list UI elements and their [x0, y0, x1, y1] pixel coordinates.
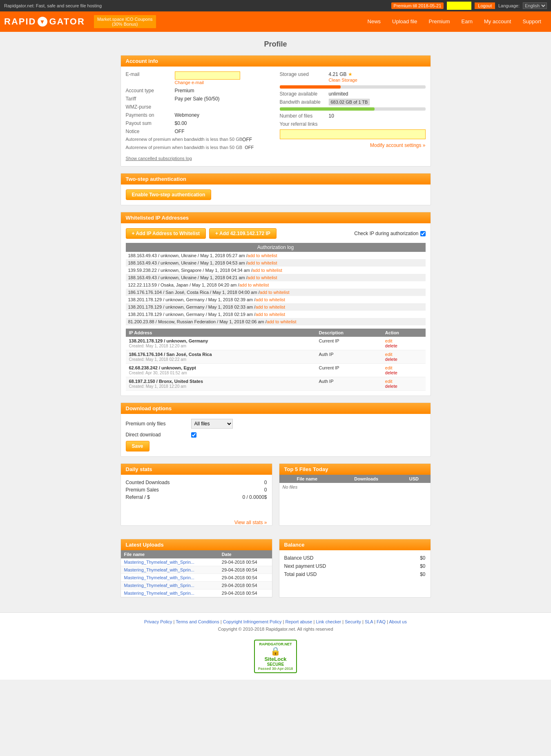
- wmz-label: WMZ-purse: [126, 104, 175, 110]
- account-right: Storage used 4.21 GB ★ Clean Storage Sto…: [280, 71, 426, 161]
- view-all-stats-link[interactable]: View all stats »: [234, 520, 267, 525]
- account-type-value: Premium: [175, 88, 194, 93]
- uploads-table: File name Date Mastering_Thymeleaf_with_…: [121, 550, 272, 597]
- upload-file-link[interactable]: Mastering_Thymeleaf_with_Sprin...: [124, 560, 194, 565]
- ip-created: Created: Apr 30, 2018 01:52 am: [129, 371, 187, 375]
- add-to-whitelist-link[interactable]: add to whitelist: [267, 319, 297, 324]
- clean-storage-link[interactable]: Clean Storage: [329, 78, 357, 82]
- upload-file-link[interactable]: Mastering_Thymeleaf_with_Sprin...: [124, 567, 194, 572]
- tagline: Rapidgator.net: Fast, safe and secure fi…: [4, 3, 102, 8]
- upload-file-link[interactable]: Mastering_Thymeleaf_with_Sprin...: [124, 575, 194, 580]
- check-ip-checkbox[interactable]: [420, 231, 426, 236]
- upload-file-link[interactable]: Mastering_Thymeleaf_with_Sprin...: [124, 583, 194, 588]
- footer-link[interactable]: Copyright Infringement Policy: [223, 619, 282, 624]
- referral-box: [280, 129, 426, 139]
- nav-premium[interactable]: Premium: [423, 11, 455, 32]
- ip-action-cell: edit delete: [382, 364, 426, 377]
- email-row: E-mail Change e-mail: [126, 71, 272, 85]
- footer-link[interactable]: Link checker: [316, 619, 341, 624]
- show-cancelled-link[interactable]: Show cancelled subscriptions log: [126, 156, 192, 161]
- upload-filename-cell: Mastering_Thymeleaf_with_Sprin...: [121, 589, 219, 597]
- promo-banner[interactable]: Market.space ICO Coupons (30% Bonus): [93, 14, 157, 29]
- add-to-whitelist-link[interactable]: add to whitelist: [252, 268, 282, 273]
- referral-stats-label: Referral / $: [126, 494, 150, 500]
- footer-link[interactable]: Privacy Policy: [144, 619, 172, 624]
- footer-separator: |: [341, 619, 345, 624]
- add-to-whitelist-link[interactable]: add to whitelist: [248, 253, 277, 258]
- delete-ip-link[interactable]: delete: [385, 357, 422, 362]
- footer-link[interactable]: Security: [345, 619, 361, 624]
- add-to-whitelist-link[interactable]: add to whitelist: [255, 305, 285, 309]
- top5-table: File name Downloads USD No files: [279, 475, 431, 491]
- nav-earn[interactable]: Earn: [456, 11, 478, 32]
- check-ip-label: Check IP during authorization: [354, 231, 425, 236]
- auth-log-row: 188.163.49.43 / unknown, Ukraine / May 1…: [126, 259, 426, 267]
- add-to-whitelist-link[interactable]: add to whitelist: [255, 297, 285, 302]
- footer-link[interactable]: Terms and Conditions: [176, 619, 219, 624]
- add-current-ip-button[interactable]: + Add 42.109.142.172 IP: [209, 228, 277, 239]
- account-left: E-mail Change e-mail Account type Premiu…: [126, 71, 272, 161]
- download-options-header: Download options: [121, 403, 431, 414]
- logout-button[interactable]: Logout: [475, 2, 495, 9]
- add-ip-button[interactable]: + Add IP Address to Whitelist: [126, 228, 206, 239]
- footer-link[interactable]: SLA: [365, 619, 373, 624]
- logo-text2: GATOR: [49, 16, 85, 27]
- premium-files-select[interactable]: All files Premium only: [191, 419, 233, 429]
- notice-row: Notice OFF: [126, 129, 272, 134]
- edit-ip-link[interactable]: edit: [385, 379, 422, 384]
- nav-upload[interactable]: Upload file: [386, 11, 423, 32]
- auth-log-row: 138.201.178.129 / unknown, Germany / May…: [126, 311, 426, 318]
- autorenew-label: Autorenew of premium when bandwidth is l…: [126, 137, 243, 142]
- add-to-whitelist-link[interactable]: add to whitelist: [260, 290, 290, 295]
- direct-download-row: Direct download: [126, 432, 426, 438]
- ip-created: Created: May 1, 2018 12:20 am: [129, 344, 187, 348]
- nav-support[interactable]: Support: [517, 11, 547, 32]
- sitelock-container: RAPIDGATOR.NET 🔒 SiteLock SECURE Passed …: [7, 636, 544, 673]
- page-title: Profile: [120, 40, 431, 49]
- uploads-date-col: Date: [219, 550, 272, 558]
- edit-ip-link[interactable]: edit: [385, 338, 422, 343]
- upload-file-link[interactable]: Mastering_Thymeleaf_with_Sprin...: [124, 591, 194, 596]
- next-payment-value: $0: [420, 563, 425, 569]
- premium-sales-label: Premium Sales: [126, 487, 159, 493]
- upload-date-cell: 29-04-2018 00:54: [219, 566, 272, 574]
- footer-link[interactable]: About us: [389, 619, 406, 624]
- notice-label: Notice: [126, 129, 175, 134]
- footer-link[interactable]: Report abuse: [285, 619, 312, 624]
- nav-news[interactable]: News: [362, 11, 387, 32]
- add-to-whitelist-link[interactable]: add to whitelist: [239, 282, 269, 287]
- enable-two-step-button[interactable]: Enable Two-step authentication: [126, 189, 212, 200]
- top-bar: Rapidgator.net: Fast, safe and secure fi…: [0, 0, 551, 11]
- delete-ip-link[interactable]: delete: [385, 384, 422, 389]
- modify-account-link[interactable]: Modify account settings »: [370, 142, 425, 148]
- footer: Privacy Policy | Terms and Conditions | …: [0, 612, 551, 680]
- logo-text: RAPID: [4, 16, 36, 27]
- upload-row: Mastering_Thymeleaf_with_Sprin... 29-04-…: [121, 558, 272, 566]
- edit-ip-link[interactable]: edit: [385, 365, 422, 370]
- save-download-options-button[interactable]: Save: [126, 441, 149, 451]
- whitelist-section: Whitelisted IP Addresses + Add IP Addres…: [120, 212, 431, 396]
- upload-row: Mastering_Thymeleaf_with_Sprin... 29-04-…: [121, 589, 272, 597]
- auth-log-text: 188.163.49.43 / unknown, Ukraine / May 1…: [128, 260, 248, 265]
- add-to-whitelist-link[interactable]: add to whitelist: [248, 260, 277, 265]
- no-files-text: No files: [279, 483, 431, 491]
- direct-download-checkbox[interactable]: [191, 432, 196, 438]
- auth-log-text: 138.201.178.129 / unknown, Germany / May…: [128, 312, 256, 317]
- add-to-whitelist-link[interactable]: add to whitelist: [255, 312, 285, 317]
- nav-links: News Upload file Premium Earn My account…: [362, 11, 547, 32]
- nav-account[interactable]: My account: [478, 11, 517, 32]
- add-to-whitelist-link[interactable]: add to whitelist: [248, 275, 277, 280]
- payout-label: Payout sum: [126, 120, 175, 126]
- footer-link[interactable]: FAQ: [377, 619, 386, 624]
- delete-ip-link[interactable]: delete: [385, 370, 422, 375]
- tariff-value: Pay per Sale (50/50): [175, 96, 220, 102]
- auth-log-row: 188.163.49.43 / unknown, Ukraine / May 1…: [126, 274, 426, 281]
- edit-ip-link[interactable]: edit: [385, 352, 422, 357]
- auth-log-text: 188.163.49.43 / unknown, Ukraine / May 1…: [128, 253, 248, 258]
- delete-ip-link[interactable]: delete: [385, 343, 422, 348]
- language-select[interactable]: English: [523, 2, 547, 9]
- auth-log-header: Authorization log: [126, 243, 426, 252]
- ip-table-row: 186.176.176.104 / San José, Costa Rica C…: [126, 350, 426, 364]
- email-input[interactable]: [175, 71, 240, 80]
- change-email-link[interactable]: Change e-mail: [175, 80, 204, 85]
